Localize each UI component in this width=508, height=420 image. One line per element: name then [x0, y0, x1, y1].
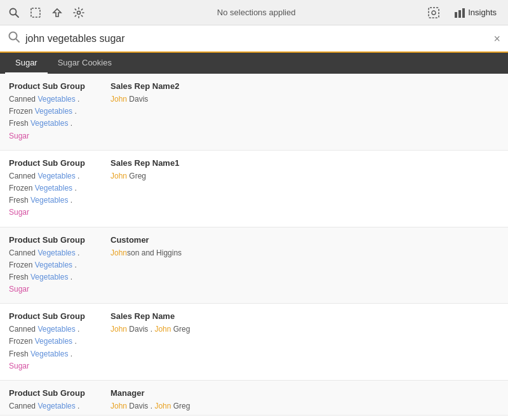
tabs-bar: Sugar Sugar Cookies: [0, 53, 508, 74]
right-field-name: Sales Rep Name1: [110, 158, 499, 168]
sugar-highlight: Sugar: [9, 208, 29, 217]
john-highlight: John: [110, 172, 127, 180]
right-field-values: John Greg: [110, 170, 499, 182]
results-list: Product Sub GroupCanned Vegetables .Froz…: [0, 74, 508, 415]
left-field-name: Product Sub Group: [9, 158, 110, 168]
svg-line-1: [16, 14, 19, 17]
result-item: Product Sub GroupCanned Vegetables .Froz…: [0, 227, 508, 304]
settings-icon[interactable]: [70, 4, 88, 22]
tab-sugar[interactable]: Sugar: [5, 53, 48, 74]
left-field-name: Product Sub Group: [9, 81, 110, 91]
result-item: Product Sub GroupCanned Vegetables .Froz…: [0, 74, 508, 151]
left-field-values: Canned Vegetables .Frozen Vegetables .Fr…: [9, 323, 110, 372]
result-item: Product Sub GroupCanned Vegetables .Froz…: [0, 381, 508, 415]
sugar-highlight: Sugar: [9, 285, 29, 294]
result-left-3: Product Sub GroupCanned Vegetables .Froz…: [9, 311, 110, 372]
right-field-values: John Davis . John Greg: [110, 323, 499, 335]
select-icon[interactable]: [27, 4, 44, 22]
svg-point-5: [432, 11, 436, 15]
veg-highlight: Vegetables: [35, 184, 72, 193]
veg-highlight: Vegetables: [37, 248, 75, 257]
veg-highlight: Vegetables: [37, 325, 75, 334]
john-highlight: John: [154, 402, 171, 410]
left-field-values: Canned Vegetables .Frozen Vegetables .Fr…: [9, 400, 110, 415]
veg-highlight: Vegetables: [30, 273, 68, 281]
smart-search-icon[interactable]: [425, 4, 443, 22]
john-highlight: John: [154, 325, 171, 334]
export-icon[interactable]: [48, 4, 66, 22]
veg-highlight: Vegetables: [37, 95, 75, 104]
sugar-highlight: Sugar: [9, 362, 29, 370]
left-field-values: Canned Vegetables .Frozen Vegetables .Fr…: [9, 170, 110, 219]
result-left-0: Product Sub GroupCanned Vegetables .Froz…: [9, 81, 110, 142]
result-right-2: CustomerJohnson and Higgins: [110, 235, 499, 296]
right-field-name: Sales Rep Name2: [110, 81, 499, 91]
tab-sugar-cookies[interactable]: Sugar Cookies: [48, 53, 122, 74]
john-highlight: John: [110, 325, 127, 334]
john-highlight: John: [110, 95, 127, 104]
result-right-1: Sales Rep Name1John Greg: [110, 158, 499, 219]
insights-label: Insights: [468, 8, 497, 17]
search-icon: [8, 30, 20, 46]
john-highlight: John: [110, 248, 127, 257]
svg-rect-2: [31, 8, 40, 17]
veg-highlight: Vegetables: [35, 261, 72, 269]
veg-highlight: Vegetables: [30, 349, 68, 358]
right-field-name: Manager: [110, 388, 499, 398]
svg-point-3: [77, 11, 81, 14]
veg-highlight: Vegetables: [35, 107, 72, 116]
search-toolbar-icon[interactable]: [5, 4, 23, 22]
veg-highlight: Vegetables: [30, 119, 68, 128]
john-highlight: John: [110, 402, 127, 410]
result-item: Product Sub GroupCanned Vegetables .Froz…: [0, 151, 508, 227]
result-left-1: Product Sub GroupCanned Vegetables .Froz…: [9, 158, 110, 219]
search-clear-button[interactable]: ×: [493, 33, 500, 44]
svg-rect-7: [458, 10, 461, 18]
left-field-name: Product Sub Group: [9, 388, 110, 398]
left-field-values: Canned Vegetables .Frozen Vegetables .Fr…: [9, 93, 110, 142]
right-field-name: Customer: [110, 235, 499, 245]
result-right-0: Sales Rep Name2John Davis: [110, 81, 499, 142]
result-left-4: Product Sub GroupCanned Vegetables .Froz…: [9, 388, 110, 415]
show-more-container: Show me more: [0, 415, 508, 420]
svg-rect-6: [455, 12, 457, 18]
selection-status: No selections applied: [91, 8, 421, 17]
result-right-3: Sales Rep NameJohn Davis . John Greg: [110, 311, 499, 372]
svg-line-10: [16, 39, 19, 42]
left-field-values: Canned Vegetables .Frozen Vegetables .Fr…: [9, 247, 110, 296]
veg-highlight: Vegetables: [37, 402, 75, 410]
svg-rect-4: [429, 8, 439, 18]
sugar-highlight: Sugar: [9, 132, 29, 140]
right-field-values: John Davis . John Greg: [110, 400, 499, 412]
left-field-name: Product Sub Group: [9, 311, 110, 321]
result-item: Product Sub GroupCanned Vegetables .Froz…: [0, 304, 508, 381]
right-field-values: John Davis: [110, 93, 499, 105]
right-field-name: Sales Rep Name: [110, 311, 499, 321]
result-left-2: Product Sub GroupCanned Vegetables .Froz…: [9, 235, 110, 296]
left-field-name: Product Sub Group: [9, 235, 110, 245]
veg-highlight: Vegetables: [35, 414, 72, 415]
search-input[interactable]: [25, 33, 488, 44]
svg-rect-8: [462, 8, 465, 18]
right-field-values: Johnson and Higgins: [110, 247, 499, 259]
search-bar: ×: [0, 25, 508, 53]
toolbar: No selections applied Insights: [0, 0, 508, 25]
veg-highlight: Vegetables: [30, 196, 68, 205]
veg-highlight: Vegetables: [35, 337, 72, 346]
toolbar-right: Insights: [425, 4, 503, 22]
veg-highlight: Vegetables: [37, 172, 75, 180]
insights-button[interactable]: Insights: [448, 4, 503, 21]
result-right-4: ManagerJohn Davis . John Greg: [110, 388, 499, 415]
